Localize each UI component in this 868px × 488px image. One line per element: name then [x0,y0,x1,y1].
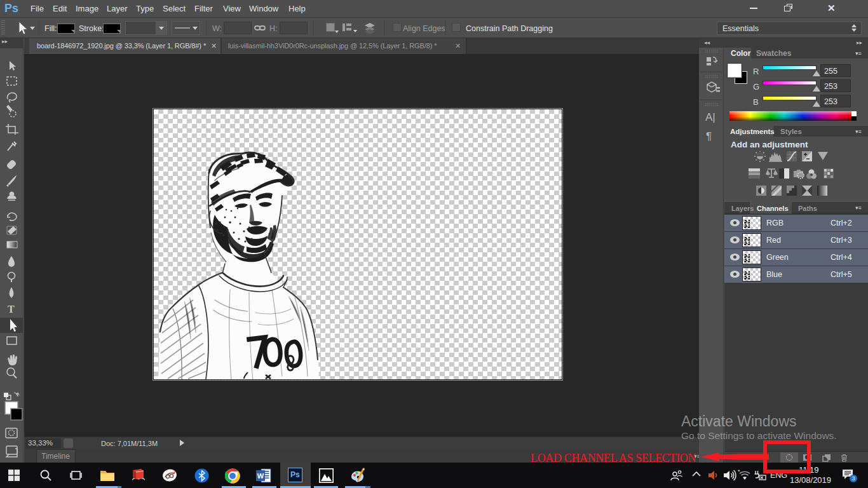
svg-text:¶: ¶ [706,130,712,142]
svg-text:*: * [738,469,740,475]
svg-text:A|: A| [705,111,715,123]
svg-text:W: W [257,472,264,480]
svg-text:T: T [8,304,15,315]
